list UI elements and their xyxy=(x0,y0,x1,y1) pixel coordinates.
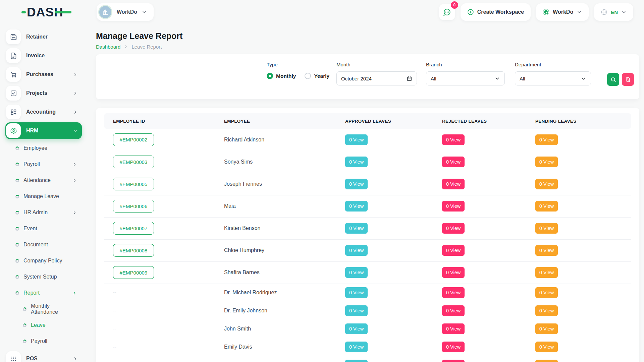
employee-id-badge[interactable]: #EMP00006 xyxy=(113,200,154,213)
rejected-leaves-view-button[interactable]: 0 View xyxy=(442,323,465,334)
breadcrumb-dashboard-link[interactable]: Dashboard xyxy=(96,44,120,50)
rejected-leaves-cell: 0 View xyxy=(442,151,535,173)
sidebar-subitem-attendance[interactable]: Attendance xyxy=(5,172,82,188)
rejected-leaves-view-button[interactable]: 0 View xyxy=(442,201,465,212)
rejected-leaves-view-button[interactable]: 0 View xyxy=(442,179,465,189)
sidebar-subitem-hr-admin[interactable]: HR Admin xyxy=(5,204,82,221)
rejected-leaves-view-button[interactable]: 0 View xyxy=(442,134,465,145)
approved-leaves-view-button[interactable]: 0 View xyxy=(345,223,368,234)
employee-name-cell: Joseph Fiennes xyxy=(224,173,345,195)
sidebar-subitem-employee[interactable]: Employee xyxy=(5,140,82,156)
pending-leaves-view-button[interactable]: 0 View xyxy=(535,245,558,256)
pending-leaves-view-button[interactable]: 0 View xyxy=(535,267,558,278)
pending-leaves-view-button[interactable]: 0 View xyxy=(535,360,558,362)
pending-leaves-view-button[interactable]: 0 View xyxy=(535,134,558,145)
rejected-leaves-view-button[interactable]: 0 View xyxy=(442,157,465,167)
pending-leaves-view-button[interactable]: 0 View xyxy=(535,157,558,167)
app-menu-button[interactable]: WorkDo xyxy=(536,3,589,21)
chevron-right-icon xyxy=(72,178,77,183)
approved-leaves-view-button[interactable]: 0 View xyxy=(345,179,368,189)
approved-leaves-view-button[interactable]: 0 View xyxy=(345,342,368,352)
employee-id-badge[interactable]: #EMP00002 xyxy=(113,133,154,146)
rejected-leaves-view-button[interactable]: 0 View xyxy=(442,287,465,298)
rejected-leaves-view-button[interactable]: 0 View xyxy=(442,245,465,256)
pending-leaves-view-button[interactable]: 0 View xyxy=(535,287,558,298)
approved-leaves-view-button[interactable]: 0 View xyxy=(345,245,368,256)
language-selector[interactable]: EN xyxy=(594,3,633,21)
rejected-leaves-view-button[interactable]: 0 View xyxy=(442,360,465,362)
type-radio-monthly[interactable]: Monthly xyxy=(267,73,296,79)
sidebar-subitem-manage-leave[interactable]: Manage Leave xyxy=(5,188,82,204)
employee-name: Chloe Humphrey xyxy=(224,247,264,253)
type-label: Type xyxy=(267,62,329,67)
employee-id-badge[interactable]: #EMP00009 xyxy=(113,266,154,279)
branch-select[interactable]: All xyxy=(426,71,505,85)
workspace-name: WorkDo xyxy=(117,9,137,15)
sidebar-subitem-event[interactable]: Event xyxy=(5,221,82,237)
sidebar-item-projects[interactable]: Projects xyxy=(5,84,82,103)
approved-leaves-view-button[interactable]: 0 View xyxy=(345,134,368,145)
sidebar-item-pos[interactable]: POS xyxy=(5,349,82,362)
rejected-leaves-view-button[interactable]: 0 View xyxy=(442,267,465,278)
pending-leaves-view-button[interactable]: 0 View xyxy=(535,342,558,352)
sidebar-subitem-company-policy[interactable]: Company Policy xyxy=(5,253,82,269)
approved-leaves-view-button[interactable]: 0 View xyxy=(345,201,368,212)
sidebar-subitem-system-setup[interactable]: System Setup xyxy=(5,269,82,285)
workspace-selector[interactable]: WorkDo xyxy=(97,3,154,21)
pending-leaves-view-button[interactable]: 0 View xyxy=(535,179,558,189)
sidebar-item-label: Invoice xyxy=(26,53,78,59)
app-logo[interactable]: DASH xyxy=(0,6,87,18)
rejected-leaves-view-button[interactable]: 0 View xyxy=(442,223,465,234)
employee-id-cell: -- xyxy=(104,320,224,338)
sidebar-subitem-label: Monthly Attendance xyxy=(31,303,77,315)
employee-id-badge[interactable]: #EMP00005 xyxy=(113,178,154,190)
approved-leaves-view-button[interactable]: 0 View xyxy=(345,305,368,316)
table-row: -- Dr. Emily Johnson 0 View 0 View 0 Vie… xyxy=(104,302,631,320)
sidebar-item-label: POS xyxy=(26,356,67,362)
sidebar-item-invoice[interactable]: Invoice xyxy=(5,46,82,65)
employee-id-badge[interactable]: #EMP00008 xyxy=(113,244,154,257)
table-row: #EMP00007 Kirsten Benson 0 View 0 View 0… xyxy=(104,217,631,239)
approved-leaves-view-button[interactable]: 0 View xyxy=(345,157,368,167)
sidebar-item-accounting[interactable]: Accounting xyxy=(5,103,82,121)
sidebar-item-hrm[interactable]: HRM xyxy=(5,122,82,139)
reset-button[interactable] xyxy=(622,73,634,86)
employee-name-cell: Dr. Emily Johnson xyxy=(224,302,345,320)
sidebar-item-label: Projects xyxy=(26,90,67,96)
sidebar-item-purchases[interactable]: Purchases xyxy=(5,65,82,84)
messages-button[interactable]: 0 xyxy=(439,4,455,20)
sidebar-subitem-monthly-attendance[interactable]: Monthly Attendance xyxy=(5,301,82,317)
bullet-icon xyxy=(15,291,19,295)
pending-leaves-view-button[interactable]: 0 View xyxy=(535,201,558,212)
bullet-icon xyxy=(15,146,19,150)
sidebar-subitem-report[interactable]: Report xyxy=(5,285,82,301)
filter-branch-group: Branch All xyxy=(426,62,505,85)
pending-leaves-view-button[interactable]: 0 View xyxy=(535,323,558,334)
check-square-icon xyxy=(10,90,17,97)
approved-leaves-view-button[interactable]: 0 View xyxy=(345,267,368,278)
sidebar-subitem-payroll[interactable]: Payroll xyxy=(5,156,82,172)
approved-leaves-cell: 0 View xyxy=(345,151,442,173)
create-workspace-button[interactable]: Create Workspace xyxy=(461,3,531,21)
type-radio-yearly[interactable]: Yearly xyxy=(305,73,329,79)
sidebar-item-retainer[interactable]: Retainer xyxy=(5,27,82,46)
search-button[interactable] xyxy=(607,73,619,86)
rejected-leaves-view-button[interactable]: 0 View xyxy=(442,305,465,316)
pending-leaves-view-button[interactable]: 0 View xyxy=(535,305,558,316)
sidebar-subitem-label: Payroll xyxy=(23,161,68,167)
department-select[interactable]: All xyxy=(515,71,591,85)
rejected-leaves-cell: 0 View xyxy=(442,338,535,356)
approved-leaves-view-button[interactable]: 0 View xyxy=(345,360,368,362)
approved-leaves-view-button[interactable]: 0 View xyxy=(345,287,368,298)
employee-id-badge[interactable]: #EMP00007 xyxy=(113,222,154,235)
month-input[interactable]: October 2024 xyxy=(336,71,417,85)
approved-leaves-view-button[interactable]: 0 View xyxy=(345,323,368,334)
sidebar-subitem-leave[interactable]: Leave xyxy=(5,317,82,333)
pending-leaves-view-button[interactable]: 0 View xyxy=(535,223,558,234)
check-square-icon-box xyxy=(6,86,21,101)
breadcrumb-current: Leave Report xyxy=(131,44,162,50)
sidebar-subitem-payroll[interactable]: Payroll xyxy=(5,333,82,349)
employee-id-badge[interactable]: #EMP00003 xyxy=(113,156,154,168)
sidebar-subitem-document[interactable]: Document xyxy=(5,237,82,253)
rejected-leaves-view-button[interactable]: 0 View xyxy=(442,342,465,352)
